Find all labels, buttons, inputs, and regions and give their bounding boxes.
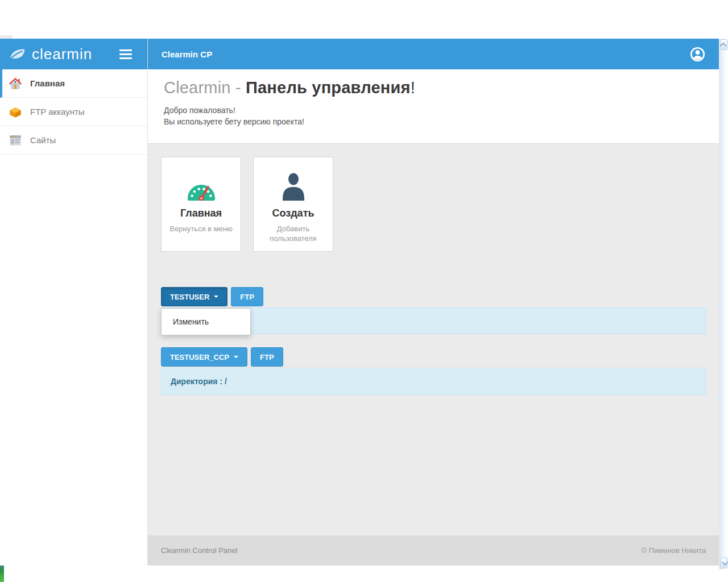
directory-label: Директория : /	[171, 377, 227, 386]
sidebar-item-home[interactable]: Главная	[0, 69, 147, 98]
welcome-line-2: Вы используете бету версию проекта!	[164, 116, 719, 127]
card-subtitle: Вернуться в меню	[167, 224, 235, 234]
app-window: clearmin Главная	[0, 39, 719, 566]
shortcut-cards: Главная Вернуться в меню Создать Добавит…	[161, 157, 333, 252]
add-user-icon	[254, 171, 333, 201]
testuser-ftp-button[interactable]: FTP	[231, 287, 263, 306]
sidebar-item-ftp-accounts[interactable]: FTP аккаунты	[0, 98, 147, 126]
brand-name: clearmin	[32, 45, 92, 63]
testuser-dropdown-menu: Изменить	[161, 308, 251, 335]
screen: { "brand": { "logo_text": "clearmin" }, …	[0, 0, 728, 582]
scroll-down-button[interactable]	[720, 558, 727, 568]
chevron-down-icon	[234, 356, 238, 358]
sidebar-item-sites[interactable]: Сайты	[0, 126, 147, 155]
brand: clearmin	[0, 39, 147, 69]
chevron-up-icon	[719, 42, 726, 48]
vertical-scrollbar[interactable]	[719, 39, 728, 569]
sidebar: clearmin Главная	[0, 39, 148, 566]
bricks-icon	[8, 105, 23, 119]
footer-copyright: © Пиминов Никита	[641, 546, 706, 555]
gauge-icon	[162, 171, 241, 201]
browser-icon	[8, 133, 23, 148]
sidebar-nav: Главная FTP аккаунты	[0, 69, 147, 155]
account-row-testuser: TESTUSER FTP	[161, 287, 263, 306]
menu-icon	[119, 49, 132, 51]
chevron-down-icon	[721, 559, 727, 565]
sidebar-item-label: FTP аккаунты	[30, 107, 85, 117]
menu-item-edit[interactable]: Изменить	[162, 311, 250, 332]
user-menu-button[interactable]	[690, 47, 705, 62]
footer: Clearmin Control Panel © Пиминов Никита	[148, 535, 719, 566]
testuser-ccp-dropdown-button[interactable]: TESTUSER_CCP	[161, 347, 247, 367]
card-create-user[interactable]: Создать Добавить пользователя	[253, 157, 333, 252]
main-content: Главная Вернуться в меню Создать Добавит…	[148, 144, 719, 535]
card-title: Главная	[162, 207, 241, 219]
sidebar-toggle-button[interactable]	[117, 47, 134, 61]
card-home[interactable]: Главная Вернуться в меню	[161, 157, 241, 252]
page-title: Clearmin - Панель управления!	[164, 78, 719, 97]
page-header: Clearmin - Панель управления! Добро пожа…	[148, 69, 719, 144]
sidebar-item-label: Главная	[30, 78, 65, 88]
topbar-title: Clearmin CP	[162, 49, 212, 59]
card-title: Создать	[254, 207, 333, 219]
card-subtitle: Добавить пользователя	[259, 224, 327, 243]
account-circle-icon	[690, 55, 705, 64]
account-row-testuser-ccp: TESTUSER_CCP FTP	[161, 347, 283, 367]
scroll-up-button[interactable]	[720, 39, 727, 50]
footer-left-text: Clearmin Control Panel	[161, 546, 237, 555]
sidebar-item-label: Сайты	[30, 135, 56, 145]
welcome-line-1: Добро пожаловать!	[164, 105, 719, 116]
taskbar-artifact	[0, 564, 4, 582]
chevron-down-icon	[214, 296, 218, 298]
home-icon	[8, 76, 23, 91]
topbar: Clearmin CP	[148, 39, 719, 69]
testuser-ccp-ftp-button[interactable]: FTP	[251, 347, 283, 367]
info-panel-testuser-ccp: Директория : /	[161, 368, 706, 395]
leaf-logo-icon	[7, 47, 27, 62]
testuser-dropdown-button[interactable]: TESTUSER	[161, 287, 228, 306]
